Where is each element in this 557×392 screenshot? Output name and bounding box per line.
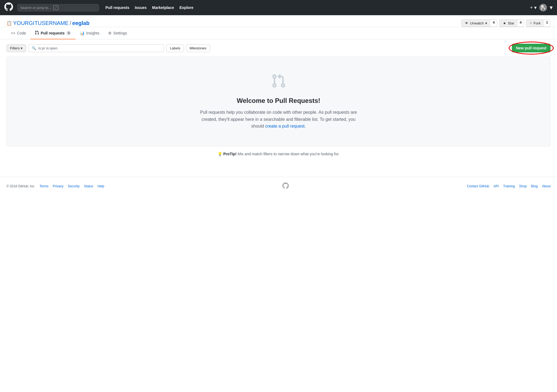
pull-request-large-icon xyxy=(18,73,539,91)
settings-icon: ⚙ xyxy=(108,31,112,35)
new-item-button[interactable]: + ▾ xyxy=(530,5,537,11)
empty-state-title: Welcome to Pull Requests! xyxy=(18,97,539,105)
repo-name[interactable]: eeglab xyxy=(72,20,89,26)
footer-terms-link[interactable]: Terms xyxy=(40,184,49,188)
repo-username[interactable]: YOURGITUSERNAME xyxy=(13,20,68,26)
fork-icon: ⑂ xyxy=(530,21,532,25)
footer-training-link[interactable]: Training xyxy=(503,184,515,188)
footer-copyright: © 2018 GitHub, Inc. xyxy=(7,184,35,188)
search-icon: 🔍 xyxy=(32,46,36,50)
filter-search-input[interactable]: 🔍 is:pr is:open xyxy=(28,44,164,52)
unwatch-group: 👁 Unwatch ▾ 4 xyxy=(461,20,497,27)
search-kbd: / xyxy=(53,5,58,10)
footer-shop-link[interactable]: Shop xyxy=(519,184,527,188)
new-pr-container: New pull request xyxy=(512,44,550,52)
empty-state-description: Pull requests help you collaborate on co… xyxy=(197,109,360,130)
pull-request-icon xyxy=(35,30,39,36)
footer-privacy-link[interactable]: Privacy xyxy=(53,184,63,188)
nav-marketplace[interactable]: Marketplace xyxy=(152,5,174,10)
eye-icon: 👁 xyxy=(465,21,468,25)
nav-explore[interactable]: Explore xyxy=(179,5,193,10)
nav-right-actions: + ▾ ▾ xyxy=(530,4,553,11)
filters-dropdown-icon: ▾ xyxy=(21,46,23,50)
milestones-button[interactable]: Milestones xyxy=(186,44,210,52)
new-pull-request-button[interactable]: New pull request xyxy=(512,44,550,52)
labels-button[interactable]: Labels xyxy=(166,44,184,52)
tab-insights[interactable]: 📊 Insights xyxy=(76,27,104,39)
repo-header: 📋 YOURGITUSERNAME / eeglab 👁 Unwatch ▾ 4… xyxy=(0,15,557,27)
nav-pull-requests[interactable]: Pull requests xyxy=(105,5,129,10)
fork-count: 1 xyxy=(544,20,550,27)
unwatch-count: 4 xyxy=(490,20,497,27)
footer-api-link[interactable]: API xyxy=(493,184,499,188)
tab-pull-requests[interactable]: Pull requests 0 xyxy=(30,27,76,39)
nav-links: Pull requests Issues Marketplace Explore xyxy=(105,5,193,10)
breadcrumb-separator: / xyxy=(70,20,71,26)
avatar-dropdown-icon[interactable]: ▾ xyxy=(550,4,553,11)
star-count: 4 xyxy=(518,20,524,27)
star-button[interactable]: ★ Star xyxy=(499,20,518,27)
footer-security-link[interactable]: Security xyxy=(68,184,80,188)
insights-icon: 📊 xyxy=(80,31,85,35)
unwatch-dropdown-icon: ▾ xyxy=(485,21,487,25)
footer-status-link[interactable]: Status xyxy=(84,184,93,188)
footer-help-link[interactable]: Help xyxy=(98,184,104,188)
repo-icon: 📋 xyxy=(7,21,12,26)
repo-actions: 👁 Unwatch ▾ 4 ★ Star 4 ⑂ Fork 1 xyxy=(461,20,550,27)
protip-bold: ProTip! xyxy=(223,152,237,156)
tab-settings[interactable]: ⚙ Settings xyxy=(104,27,132,39)
filters-dropdown-button[interactable]: Filters ▾ xyxy=(7,44,26,52)
create-pull-request-link[interactable]: create a pull request xyxy=(265,124,305,128)
breadcrumb: 📋 YOURGITUSERNAME / eeglab xyxy=(7,20,89,26)
footer-about-link[interactable]: About xyxy=(542,184,550,188)
github-logo-icon[interactable] xyxy=(4,2,13,13)
footer-right-links: Contact GitHub API Training Shop Blog Ab… xyxy=(467,184,550,188)
tab-code[interactable]: <> Code xyxy=(7,27,30,39)
footer-blog-link[interactable]: Blog xyxy=(531,184,538,188)
main-content: Filters ▾ 🔍 is:pr is:open Labels Milesto… xyxy=(0,39,557,166)
footer-left: © 2018 GitHub, Inc. Terms Privacy Securi… xyxy=(7,184,104,188)
lightbulb-icon: 💡 xyxy=(218,152,222,156)
navbar: Search or jump to... / Pull requests Iss… xyxy=(0,0,557,15)
footer-left-links: Terms Privacy Security Status Help xyxy=(40,184,104,188)
search-placeholder-text: Search or jump to... xyxy=(20,6,51,10)
protip-text: Mix and match filters to narrow down wha… xyxy=(237,152,339,156)
footer: © 2018 GitHub, Inc. Terms Privacy Securi… xyxy=(0,177,557,196)
star-group: ★ Star 4 xyxy=(499,20,524,27)
empty-state: Welcome to Pull Requests! Pull requests … xyxy=(7,57,550,146)
footer-contact-github-link[interactable]: Contact GitHub xyxy=(467,184,489,188)
fork-button[interactable]: ⑂ Fork xyxy=(526,20,544,27)
footer-github-logo-icon xyxy=(282,182,289,190)
unwatch-button[interactable]: 👁 Unwatch ▾ xyxy=(461,20,491,27)
protip: 💡 ProTip! Mix and match filters to narro… xyxy=(7,146,550,162)
repo-tabs: <> Code Pull requests 0 📊 Insights ⚙ Set… xyxy=(0,27,557,39)
star-icon: ★ xyxy=(503,21,506,25)
code-icon: <> xyxy=(11,31,15,35)
filter-bar: Filters ▾ 🔍 is:pr is:open Labels Milesto… xyxy=(7,44,550,52)
nav-issues[interactable]: Issues xyxy=(135,5,147,10)
fork-group: ⑂ Fork 1 xyxy=(526,20,550,27)
user-avatar[interactable] xyxy=(539,4,547,11)
global-search[interactable]: Search or jump to... / xyxy=(17,4,99,11)
